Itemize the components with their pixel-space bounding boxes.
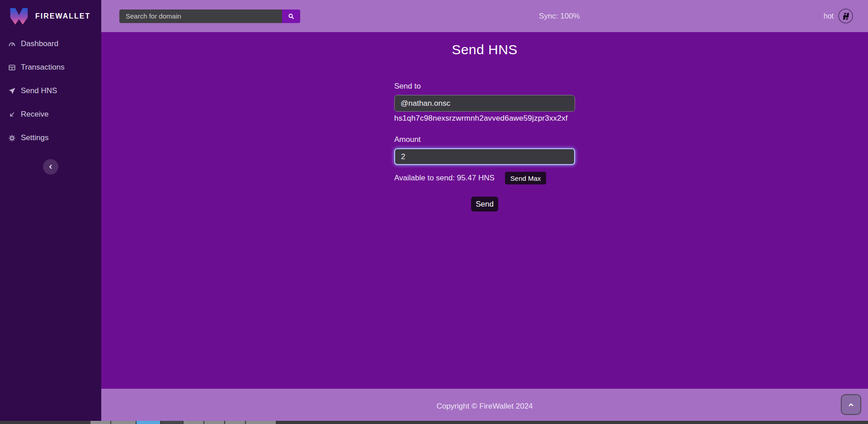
sidebar-item-receive[interactable]: Receive [0,103,101,126]
footer: Copyright © FireWallet 2024 [101,389,868,424]
magnifier-icon [288,13,295,20]
wallet-name: hot [824,12,834,20]
sidebar: FIREWALLET Dashboard [0,0,101,424]
transactions-icon [8,64,16,71]
available-balance: Available to send: 95.47 HNS [394,174,495,183]
taskbar-strip[interactable] [0,421,868,424]
chevron-left-icon [47,164,54,170]
send-max-button[interactable]: Send Max [505,172,547,184]
send-to-input[interactable] [394,95,575,112]
sidebar-item-send-hns[interactable]: Send HNS [0,79,101,103]
taskbar-segment[interactable] [90,421,110,424]
domain-search [119,9,300,23]
send-form: Send to hs1qh7c98nexsrzwrmnh2avved6awe59… [394,82,575,212]
taskbar-segment[interactable] [111,421,136,424]
brand-name: FIREWALLET [35,12,90,20]
send-icon [8,87,16,95]
send-to-label: Send to [394,82,575,91]
taskbar-segment[interactable] [204,421,224,424]
receive-icon [8,111,16,118]
copyright-text: Copyright © FireWallet 2024 [436,402,533,411]
sidebar-collapse-button[interactable] [43,159,58,174]
sidebar-nav: Dashboard Transactions Send HNS [0,32,101,150]
wallet-selector[interactable]: hot [824,9,853,24]
handshake-icon[interactable] [838,9,853,24]
taskbar-segment[interactable] [246,421,276,424]
sidebar-item-transactions[interactable]: Transactions [0,56,101,79]
amount-input[interactable] [394,148,575,165]
domain-search-input[interactable] [119,9,282,23]
taskbar-segment[interactable] [225,421,245,424]
taskbar-segment[interactable] [184,421,203,424]
topbar: Sync: 100% hot [101,0,868,32]
app-window: FIREWALLET Dashboard [0,0,868,424]
brand: FIREWALLET [0,0,101,32]
taskbar-segment[interactable] [161,421,183,424]
send-button[interactable]: Send [471,197,498,212]
content-column: Sync: 100% hot Send [101,0,868,424]
scroll-to-top-button[interactable] [841,394,861,415]
sidebar-item-label: Send HNS [21,86,57,95]
sidebar-item-label: Transactions [21,63,65,72]
sidebar-item-label: Settings [21,133,48,142]
firewallet-w-logo [9,5,29,27]
sync-status: Sync: 100% [539,12,580,21]
main-content: Send HNS Send to hs1qh7c98nexsrzwrmnh2av… [101,32,868,389]
dashboard-icon [8,40,16,48]
taskbar-segment[interactable] [137,421,160,424]
resolved-address: hs1qh7c98nexsrzwrmnh2avved6awe59jzpr3xx2… [394,114,575,123]
sidebar-item-dashboard[interactable]: Dashboard [0,32,101,56]
available-row: Available to send: 95.47 HNS Send Max [394,172,575,184]
sidebar-item-settings[interactable]: Settings [0,126,101,150]
page-title: Send HNS [101,42,868,57]
settings-icon [8,134,16,142]
sidebar-item-label: Dashboard [21,39,58,48]
search-button[interactable] [282,9,300,23]
sidebar-item-label: Receive [21,110,48,119]
amount-label: Amount [394,135,575,144]
chevron-up-icon [848,401,854,408]
